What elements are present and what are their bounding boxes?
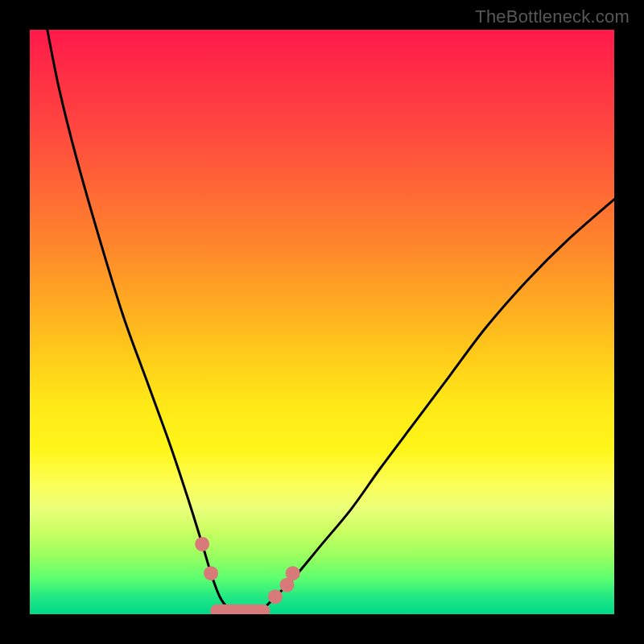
left-upper-dot — [195, 537, 209, 551]
watermark-text: TheBottleneck.com — [475, 6, 630, 27]
left-lower-dot — [204, 566, 218, 580]
marker-dots — [195, 537, 300, 604]
bottleneck-curve — [47, 30, 614, 614]
chart-frame: TheBottleneck.com — [0, 0, 644, 644]
right-lower-dot — [268, 589, 283, 604]
chart-svg — [30, 30, 614, 614]
chart-plot-area — [30, 30, 614, 614]
right-upper-dot — [286, 566, 300, 580]
